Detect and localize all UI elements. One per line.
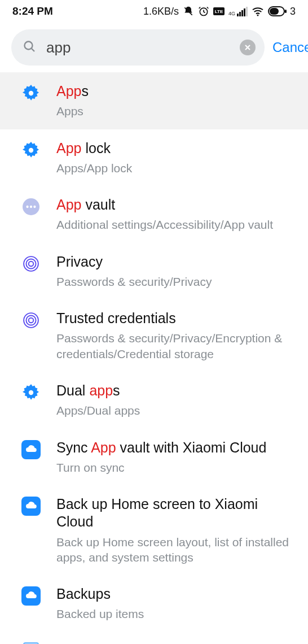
result-item[interactable]: App lockApps/App lock [0,129,308,186]
result-text: AppsApps [56,82,297,119]
result-text: App lockApps/App lock [56,140,297,176]
result-title: Privacy [56,253,297,271]
result-title: App lock [56,140,297,157]
result-item[interactable]: PrivacyPasswords & security/Privacy [0,243,308,300]
svg-rect-5 [270,8,279,15]
dnd-icon [183,6,194,17]
fingerprint-icon [21,311,41,330]
result-subtitle: Additional settings/Accessibility/App va… [56,217,297,232]
result-subtitle: Turn on sync [56,460,297,475]
cloud-icon [21,497,41,516]
search-input[interactable] [46,39,230,56]
search-box[interactable] [11,29,265,66]
alarm-icon [198,6,209,17]
result-title: Trusted credentials [56,310,297,327]
battery-icon [268,6,287,16]
svg-point-3 [257,15,259,16]
status-time: 8:24 PM [12,5,53,18]
network-icon: 4G [228,7,248,16]
status-speed: 1.6KB/s [143,6,179,18]
search-row: Cancel [0,23,308,72]
svg-point-7 [25,42,33,50]
results-list: AppsAppsApp lockApps/App lockApp vaultAd… [0,72,308,644]
battery-text: 3 [290,6,296,18]
result-text: App vaultAdditional settings/Accessibili… [56,196,297,233]
result-item[interactable]: AppsApps [0,72,308,129]
search-icon [23,40,36,55]
result-title: Apps [56,82,297,100]
result-title: Dual apps [56,382,297,399]
result-text: Back up Home screen to Xiaomi CloudBack … [56,495,297,565]
result-subtitle: Passwords & security/Privacy [56,274,297,289]
result-text: Dual appsApps/Dual apps [56,382,297,419]
result-text: Trusted credentialsPasswords & security/… [56,310,297,362]
clear-button[interactable] [240,40,256,55]
result-item[interactable]: Trusted credentialsPasswords & security/… [0,299,308,372]
result-text: BackupsBacked up items [56,585,297,622]
result-subtitle: Apps [56,103,297,119]
status-bar: 8:24 PM 1.6KB/s LTE 4G 3 [0,0,308,23]
result-text: PrivacyPasswords & security/Privacy [56,253,297,290]
status-right: 1.6KB/s LTE 4G 3 [143,6,296,18]
result-title: App vault [56,196,297,214]
result-text: Sync App vault with Xiaomi CloudTurn on … [56,439,297,476]
svg-rect-6 [285,10,287,13]
gear-icon [21,383,41,402]
cloud-icon [21,440,41,459]
result-title: Sync App vault with Xiaomi Cloud [56,439,297,456]
result-title: Back up Home screen to Xiaomi Cloud [56,495,297,531]
cancel-button[interactable]: Cancel [272,40,308,55]
result-item[interactable]: BackupsBacked up items [0,575,308,632]
result-subtitle: Apps/Dual apps [56,403,297,418]
result-subtitle: Passwords & security/Privacy/Encryption … [56,330,297,362]
dots-icon [21,197,41,216]
wifi-icon [252,6,264,16]
result-item[interactable]: Dual appsApps/Dual apps [0,372,308,429]
volte-icon: LTE [213,7,225,15]
gear-icon [21,141,41,160]
result-item[interactable]: Back up Home screen to Xiaomi CloudBack … [0,485,308,575]
result-title: Backups [56,585,297,603]
result-item[interactable]: Erase appsAbout phone/Backup & reset/Era… [0,632,308,644]
gear-icon [21,84,41,103]
svg-text:LTE: LTE [215,9,223,14]
result-subtitle: Apps/App lock [56,160,297,176]
result-item[interactable]: App vaultAdditional settings/Accessibili… [0,186,308,243]
result-item[interactable]: Sync App vault with Xiaomi CloudTurn on … [0,429,308,486]
fingerprint-icon [21,254,41,273]
svg-line-8 [32,49,34,51]
cloud-icon [21,586,41,606]
result-subtitle: Back up Home screen layout, list of inst… [56,534,297,565]
result-subtitle: Backed up items [56,606,297,621]
